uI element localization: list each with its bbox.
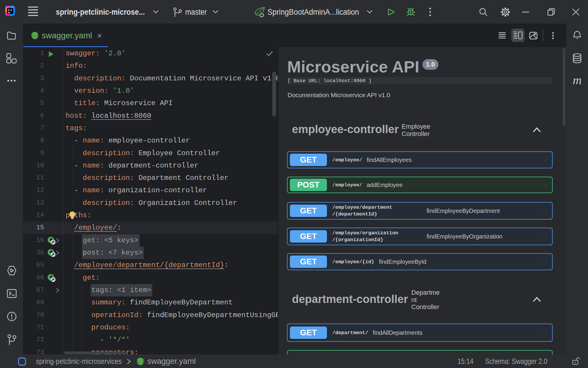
svg-text:{..}: {..} [31, 34, 39, 38]
svg-text:{..}: {..} [137, 360, 144, 364]
